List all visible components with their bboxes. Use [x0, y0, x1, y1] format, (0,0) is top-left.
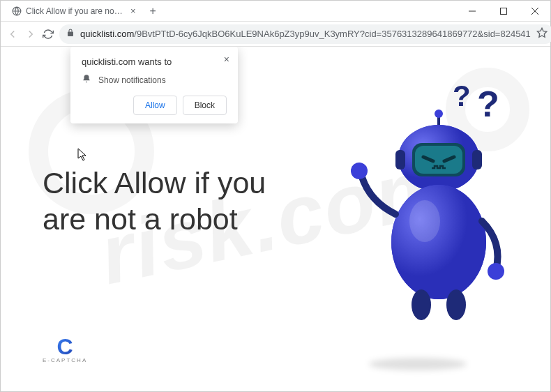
svg-text:?: ?: [453, 80, 471, 112]
svg-text:?: ?: [477, 84, 499, 124]
captcha-brand: C E-CAPTCHA: [43, 334, 87, 363]
svg-point-18: [409, 200, 440, 242]
svg-point-19: [351, 163, 368, 179]
robot-shadow: [369, 358, 467, 370]
popup-permission-text: Show notifications: [98, 75, 166, 85]
page-headline: Click Allow if you are not a robot: [43, 165, 313, 237]
bell-icon: [82, 74, 91, 86]
svg-rect-14: [395, 150, 405, 169]
maximize-button[interactable]: [488, 1, 519, 22]
block-button[interactable]: Block: [183, 96, 227, 115]
browser-tab[interactable]: Click Allow if you are not a robot ×: [5, 1, 143, 21]
notification-permission-popup: × quicklisti.com wants to Show notificat…: [70, 47, 238, 123]
svg-point-22: [446, 289, 466, 320]
window-controls: [456, 1, 550, 22]
svg-rect-13: [415, 146, 462, 174]
window-close-button[interactable]: [519, 1, 550, 22]
browser-window: Click Allow if you are not a robot × +: [0, 0, 551, 392]
svg-point-21: [412, 289, 431, 320]
popup-actions: Allow Block: [82, 96, 227, 115]
tab-close-icon[interactable]: ×: [130, 6, 136, 16]
address-bar: quicklisti.com/9BvtPTtD-6cy6JqkBO6KuLE9N…: [1, 22, 550, 47]
svg-point-9: [435, 110, 443, 118]
popup-permission-row: Show notifications: [82, 74, 227, 86]
captcha-logo-icon: C: [57, 334, 73, 360]
popup-title: quicklisti.com wants to: [82, 56, 227, 67]
minimize-button[interactable]: [456, 1, 488, 22]
lock-icon: [66, 29, 75, 39]
reload-button[interactable]: [43, 24, 54, 44]
bookmark-star-icon[interactable]: [536, 27, 548, 40]
page-viewport: risk.com Click Allow if you are not a ro…: [1, 47, 550, 391]
mouse-cursor-icon: [77, 148, 89, 165]
url-text: quicklisti.com/9BvtPTtD-6cy6JqkBO6KuLE9N…: [80, 29, 531, 39]
robot-svg: ? ?: [320, 75, 529, 354]
svg-rect-1: [500, 8, 506, 14]
back-button[interactable]: [6, 24, 19, 44]
popup-close-icon[interactable]: ×: [224, 54, 229, 65]
svg-point-20: [488, 263, 504, 280]
tab-title: Click Allow if you are not a robot: [26, 6, 123, 16]
globe-icon: [12, 6, 22, 16]
captcha-brand-label: E-CAPTCHA: [43, 357, 87, 363]
svg-point-17: [391, 185, 486, 299]
robot-illustration: ? ?: [313, 89, 522, 377]
titlebar: Click Allow if you are not a robot × +: [1, 1, 550, 22]
svg-rect-15: [472, 150, 482, 169]
new-tab-button[interactable]: +: [150, 5, 156, 17]
url-field[interactable]: quicklisti.com/9BvtPTtD-6cy6JqkBO6KuLE9N…: [59, 24, 551, 44]
forward-button[interactable]: [24, 24, 37, 44]
allow-button[interactable]: Allow: [133, 96, 177, 115]
